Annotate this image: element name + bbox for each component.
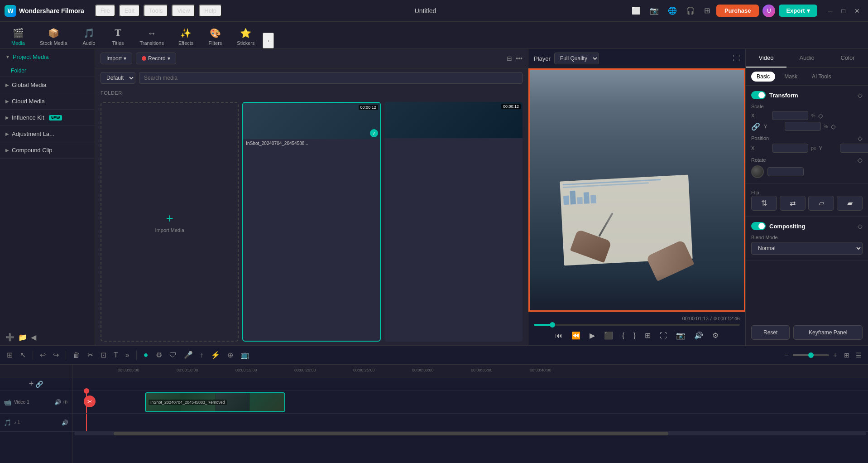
reset-button[interactable]: Reset: [751, 325, 790, 340]
undo-button[interactable]: ↩: [38, 349, 48, 361]
volume-button[interactable]: 🔊: [691, 329, 706, 342]
rotate-disc[interactable]: [751, 165, 764, 178]
tool-media[interactable]: 🎬 Media: [5, 25, 32, 48]
zoom-slider[interactable]: [793, 354, 829, 356]
zoom-in-button[interactable]: +: [831, 349, 839, 361]
screen-add-button[interactable]: 📺: [238, 349, 252, 361]
skip-back-button[interactable]: ⏮: [552, 330, 565, 342]
subtab-basic[interactable]: Basic: [751, 72, 775, 82]
text-button[interactable]: T: [111, 349, 120, 361]
flip-square-button[interactable]: ▱: [808, 196, 834, 211]
tool-filters[interactable]: 🎨 Filters: [201, 25, 229, 48]
headphone-icon[interactable]: 🎧: [683, 5, 698, 17]
search-input[interactable]: [139, 72, 523, 84]
blend-mode-select[interactable]: Normal: [751, 242, 863, 255]
mark-out-button[interactable]: }: [631, 330, 638, 342]
tab-video[interactable]: Video: [746, 49, 786, 68]
snapshot-button[interactable]: 📷: [673, 329, 688, 342]
trim-button[interactable]: ⊡: [98, 349, 109, 361]
gear-circle-button[interactable]: ⚙: [153, 349, 164, 361]
tool-effects[interactable]: ✨ Effects: [172, 25, 200, 48]
maximize-button[interactable]: □: [838, 5, 849, 16]
menu-tools[interactable]: Tools: [144, 5, 168, 17]
more-button[interactable]: »: [123, 349, 132, 361]
horizontal-scrollbar[interactable]: [74, 432, 866, 435]
green-circle-button[interactable]: ●: [141, 348, 151, 362]
quality-select[interactable]: Full Quality: [554, 53, 599, 64]
stop-button[interactable]: ⬛: [601, 329, 616, 342]
link-track-button[interactable]: 🔗: [35, 381, 43, 388]
fullscreen-player-button[interactable]: ⛶: [657, 330, 670, 342]
fullscreen-icon[interactable]: ⛶: [733, 54, 740, 63]
add-to-timeline-button[interactable]: ⊞: [642, 329, 653, 342]
subtab-ai-tools[interactable]: AI Tools: [806, 72, 836, 82]
settings-button[interactable]: ⚙: [710, 329, 721, 342]
share-icon[interactable]: 🌐: [665, 5, 680, 17]
screen-icon[interactable]: ⬜: [629, 5, 643, 17]
play-button[interactable]: ▶: [587, 329, 598, 342]
scale-y-keyframe[interactable]: ◇: [831, 123, 836, 130]
global-media-header[interactable]: ▶ Global Media: [0, 77, 95, 93]
timeline-layout-button[interactable]: ⊞: [5, 349, 15, 361]
import-button[interactable]: Import ▾: [101, 53, 132, 64]
purchase-button[interactable]: Purchase: [716, 5, 759, 17]
position-keyframe[interactable]: ◇: [858, 135, 863, 142]
transform-keyframe-icon[interactable]: ◇: [858, 92, 863, 99]
layout-icon[interactable]: ⊞: [701, 5, 713, 17]
menu-help[interactable]: Help: [199, 5, 222, 17]
import-media-item[interactable]: + Import Media: [101, 102, 239, 342]
pos-y-input[interactable]: 0.00: [840, 144, 868, 153]
export-button[interactable]: Export ▾: [779, 5, 817, 17]
media-icon[interactable]: 📷: [647, 5, 662, 17]
project-media-header[interactable]: ▼ Project Media: [0, 49, 95, 65]
minimize-button[interactable]: ─: [825, 5, 836, 16]
menu-edit[interactable]: Edit: [119, 5, 140, 17]
delete-button[interactable]: 🗑: [71, 349, 82, 361]
pos-x-input[interactable]: 0.00: [772, 144, 808, 153]
avatar[interactable]: U: [762, 5, 775, 17]
flip-horizontal-button[interactable]: ⇅: [751, 196, 777, 211]
transform-toggle[interactable]: [751, 91, 766, 99]
compound-clip-header[interactable]: ▶ Compound Clip: [0, 142, 95, 158]
collapse-panel-button[interactable]: ◀: [31, 333, 36, 342]
toolbar-more-button[interactable]: ›: [263, 33, 273, 48]
subtab-mask[interactable]: Mask: [779, 72, 803, 82]
tool-titles[interactable]: T Titles: [105, 24, 132, 48]
export-tl-button[interactable]: ↑: [198, 349, 206, 361]
add-video-track-button[interactable]: +: [29, 379, 34, 389]
track-volume-button[interactable]: 🔊: [54, 399, 61, 405]
keyframe-panel-button[interactable]: Keyframe Panel: [793, 325, 863, 340]
scale-x-keyframe[interactable]: ◇: [818, 112, 823, 119]
timeline-select-button[interactable]: ↖: [18, 349, 28, 361]
shield-button[interactable]: 🛡: [167, 349, 179, 361]
media-item-clip2[interactable]: 00:00:12: [384, 102, 523, 342]
flip-mirror-button[interactable]: ▰: [837, 196, 863, 211]
zoom-thumb[interactable]: [808, 352, 814, 358]
media-item-clip1[interactable]: 00:00:12 ✓ InShot_20240704_20454588...: [242, 102, 380, 342]
rotate-keyframe[interactable]: ◇: [858, 156, 863, 164]
tab-audio[interactable]: Audio: [786, 49, 827, 68]
record-button[interactable]: Record ▾: [136, 53, 176, 64]
cut-button[interactable]: ✂: [85, 349, 96, 361]
scale-x-input[interactable]: 100.00: [772, 111, 808, 120]
progress-thumb[interactable]: [550, 322, 555, 328]
cut-icon[interactable]: ✂: [84, 395, 96, 407]
folder-label[interactable]: Folder: [0, 65, 95, 77]
compositing-toggle[interactable]: [751, 222, 766, 230]
step-back-button[interactable]: ⏪: [569, 329, 583, 342]
playback-progress[interactable]: [534, 324, 740, 326]
add-folder-button[interactable]: ➕: [5, 333, 14, 342]
close-button[interactable]: ✕: [851, 5, 863, 16]
motion-button[interactable]: ⚡: [209, 349, 222, 361]
compositing-keyframe-icon[interactable]: ◇: [858, 222, 863, 230]
rotate-input[interactable]: 0.00°: [767, 167, 804, 176]
zoom-out-button[interactable]: −: [782, 349, 791, 361]
folder-button[interactable]: 📁: [18, 333, 27, 342]
tool-stickers[interactable]: ⭐ Stickers: [230, 25, 261, 48]
more-options-icon[interactable]: •••: [516, 55, 523, 62]
flip-vertical-button[interactable]: ⇄: [780, 196, 806, 211]
adjustment-la-header[interactable]: ▶ Adjustment La...: [0, 126, 95, 142]
default-select[interactable]: Default: [101, 72, 135, 84]
grid-view-button[interactable]: ⊞: [842, 350, 851, 361]
tool-transitions[interactable]: ↔ Transitions: [134, 25, 170, 48]
